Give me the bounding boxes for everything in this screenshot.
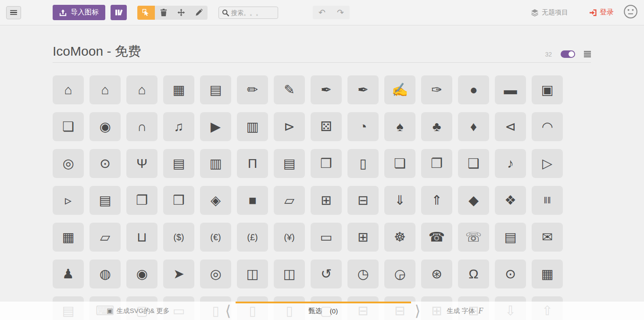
icon-tile-camera[interactable]: ◉: [89, 112, 121, 141]
icon-tile-map[interactable]: ◫: [237, 260, 268, 288]
icon-tile-envelop[interactable]: ✉: [532, 223, 563, 252]
icon-tile-file-text2[interactable]: ❐: [421, 149, 452, 178]
icon-tile-profile[interactable]: ❒: [311, 149, 342, 178]
icon-tile-connection[interactable]: ◠: [532, 112, 563, 141]
icon-tile-blog[interactable]: ✍: [384, 75, 415, 104]
icon-tile-file-text[interactable]: ▤: [274, 149, 305, 178]
icon-tile-calendar[interactable]: ▦: [532, 260, 563, 288]
project-menu-button[interactable]: 无题项目: [531, 8, 568, 17]
redo-button[interactable]: ↷: [331, 6, 350, 19]
icon-tile-library[interactable]: Π: [237, 149, 268, 178]
icon-tile-price-tag[interactable]: ◆: [458, 186, 489, 215]
icon-tile-file-picture[interactable]: ❑: [458, 149, 489, 178]
icon-tile-eyedropper[interactable]: ✑: [421, 75, 452, 104]
icon-tile-home[interactable]: ⌂: [53, 75, 84, 104]
icon-tile-stopwatch[interactable]: ⊙: [495, 260, 526, 288]
icon-tile-paste[interactable]: ❒: [163, 186, 194, 215]
icon-tile-folder-minus[interactable]: ⊟: [347, 186, 379, 215]
icon-tile-quill[interactable]: ✒: [311, 75, 342, 104]
icon-tile-address-book[interactable]: ▤: [495, 223, 526, 252]
icon-tile-ticket[interactable]: ▱: [89, 223, 121, 252]
icon-tile-file-music[interactable]: ♪: [495, 149, 526, 178]
icon-tile-compass2[interactable]: ◎: [200, 260, 231, 288]
icon-tile-images[interactable]: ❏: [53, 112, 84, 141]
icon-tile-coin-dollar[interactable]: ($): [163, 223, 194, 252]
icon-tile-file-empty[interactable]: ▯: [347, 149, 379, 178]
icon-tile-qrcode[interactable]: ▦: [53, 223, 84, 252]
move-tool-button[interactable]: [172, 6, 190, 20]
icon-tile-phone-hang-up[interactable]: ☏: [458, 223, 489, 252]
icon-tile-bell[interactable]: Ω: [458, 260, 489, 288]
undo-button[interactable]: ↶: [313, 6, 331, 19]
icon-tile-folder[interactable]: ■: [237, 186, 268, 215]
generate-svg-tab[interactable]: ▣ 生成SVG的& 更多: [66, 302, 211, 320]
main-menu-button[interactable]: [6, 6, 21, 19]
icon-tile-home3[interactable]: ⌂: [126, 75, 157, 104]
icon-tile-credit-card[interactable]: ▭: [311, 223, 342, 252]
icon-tile-location[interactable]: ◍: [89, 260, 121, 288]
icon-tile-coin-euro[interactable]: (€): [200, 223, 231, 252]
icon-tile-compass[interactable]: ➤: [163, 260, 194, 288]
icon-tile-headphones[interactable]: ∩: [126, 112, 157, 141]
icon-tile-folder-download[interactable]: ⇓: [384, 186, 415, 215]
icon-tile-folder-plus[interactable]: ⊞: [311, 186, 342, 215]
icon-tile-stack[interactable]: ◈: [200, 186, 231, 215]
icon-tile-newspaper[interactable]: ▤: [200, 75, 231, 104]
icon-tile-video-camera[interactable]: ⊳: [274, 112, 305, 141]
icon-tile-files-empty[interactable]: ❏: [384, 149, 415, 178]
delete-tool-button[interactable]: [155, 6, 172, 20]
icon-tile-feed[interactable]: ⊙: [89, 149, 121, 178]
edit-tool-button[interactable]: [190, 6, 208, 20]
icon-tile-lifebuoy[interactable]: ☸: [384, 223, 415, 252]
icon-tile-pen[interactable]: ✒: [347, 75, 379, 104]
icon-tile-pencil[interactable]: ✏: [237, 75, 268, 104]
icon-tile-barcode[interactable]: ‖‖: [532, 186, 563, 215]
icon-tile-music[interactable]: ♫: [163, 112, 194, 141]
prev-chevron-button[interactable]: ⟨: [222, 302, 235, 320]
icon-tile-pushpin[interactable]: ♟: [53, 260, 84, 288]
icon-tile-coin-yen[interactable]: (¥): [274, 223, 305, 252]
icon-tile-price-tags[interactable]: ❖: [495, 186, 526, 215]
icon-tile-coin-pound[interactable]: (£): [237, 223, 268, 252]
icon-tile-home2[interactable]: ⌂: [89, 75, 121, 104]
icon-tile-alarm[interactable]: ⊛: [421, 260, 452, 288]
icon-tile-bullhorn[interactable]: ⊲: [495, 112, 526, 141]
icon-tile-podcast[interactable]: ◎: [53, 149, 84, 178]
icon-tile-droplet[interactable]: ●: [458, 75, 489, 104]
icon-tile-spades[interactable]: ♠: [384, 112, 415, 141]
icon-tile-office[interactable]: ▦: [163, 75, 194, 104]
icon-tile-film[interactable]: ▥: [237, 112, 268, 141]
icon-tile-books[interactable]: ▥: [200, 149, 231, 178]
icon-tile-diamonds[interactable]: ♦: [458, 112, 489, 141]
icon-tile-clock2[interactable]: ◶: [384, 260, 415, 288]
icon-tile-map2[interactable]: ◫: [274, 260, 305, 288]
icon-tile-dice[interactable]: ⚄: [311, 112, 342, 141]
account-face-button[interactable]: [623, 4, 638, 21]
icon-tile-folder-open[interactable]: ▱: [274, 186, 305, 215]
icon-tile-clubs[interactable]: ♣: [421, 112, 452, 141]
set-toggle[interactable]: [561, 50, 575, 58]
icon-tile-phone[interactable]: ☎: [421, 223, 452, 252]
icon-tile-file-video[interactable]: ▹: [53, 186, 84, 215]
icon-tile-calculator[interactable]: ⊞: [347, 223, 379, 252]
icon-tile-location2[interactable]: ◉: [126, 260, 157, 288]
select-tool-button[interactable]: [137, 6, 155, 20]
icon-tile-file-play[interactable]: ▷: [532, 149, 563, 178]
icon-tile-paint-format[interactable]: ▬: [495, 75, 526, 104]
import-icons-button[interactable]: 导入图标: [53, 5, 105, 20]
icon-tile-history[interactable]: ↺: [311, 260, 342, 288]
icon-tile-mic[interactable]: Ψ: [126, 149, 157, 178]
set-menu-icon[interactable]: [584, 51, 591, 57]
icon-tile-play[interactable]: ▶: [200, 112, 231, 141]
icon-tile-cart[interactable]: ⊔: [126, 223, 157, 252]
icon-tile-image[interactable]: ▣: [532, 75, 563, 104]
icon-tile-pencil2[interactable]: ✎: [274, 75, 305, 104]
icon-library-button[interactable]: [111, 5, 127, 20]
icon-tile-pacman[interactable]: ◔: [347, 112, 379, 141]
icon-tile-folder-upload[interactable]: ⇑: [421, 186, 452, 215]
icon-tile-book[interactable]: ▤: [163, 149, 194, 178]
icon-tile-copy[interactable]: ❐: [126, 186, 157, 215]
icon-tile-file-zip[interactable]: ▤: [89, 186, 121, 215]
login-button[interactable]: 登录: [589, 8, 614, 17]
icon-tile-clock[interactable]: ◷: [347, 260, 379, 288]
